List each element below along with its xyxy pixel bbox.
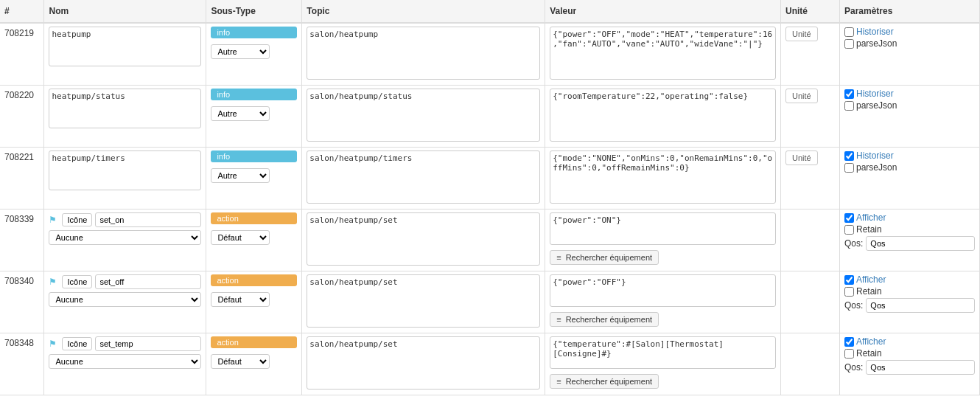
historiser-checkbox[interactable]	[844, 151, 854, 161]
nom-icon-row: ⚑Icône	[49, 274, 201, 289]
valeur-input[interactable]	[550, 150, 776, 204]
nom-text-input[interactable]	[95, 274, 201, 289]
nom-select[interactable]: Aucune	[49, 292, 201, 307]
afficher-link[interactable]: Afficher	[856, 212, 886, 223]
nom-text-input[interactable]	[95, 336, 201, 351]
afficher-label[interactable]: Afficher	[844, 274, 886, 285]
historiser-checkbox[interactable]	[844, 89, 854, 99]
icone-button[interactable]: Icône	[62, 213, 92, 226]
historiser-checkbox[interactable]	[844, 27, 854, 37]
cell-nom: ⚑IcôneAucune	[44, 271, 206, 333]
cell-valeur	[545, 148, 781, 210]
historiser-link[interactable]: Historiser	[856, 89, 894, 99]
retain-checkbox[interactable]	[844, 349, 854, 359]
icone-button[interactable]: Icône	[62, 275, 92, 288]
table-row: 708220infoAutreUnitéHistoriser parseJson	[0, 86, 980, 148]
retain-label[interactable]: Retain	[844, 286, 882, 297]
cell-params: Afficher RetainQos:	[840, 210, 980, 271]
nom-input[interactable]	[49, 89, 201, 128]
nom-select[interactable]: Aucune	[49, 230, 201, 245]
nom-select-row: Aucune	[49, 230, 201, 245]
cell-id: 708348	[0, 333, 44, 395]
soustype-select[interactable]: Défaut	[211, 230, 270, 245]
qos-input[interactable]	[866, 360, 975, 375]
afficher-checkbox[interactable]	[844, 337, 854, 347]
cell-topic	[302, 271, 545, 333]
list-icon: ≡	[556, 377, 563, 386]
valeur-input[interactable]	[550, 27, 776, 80]
topic-input[interactable]	[307, 150, 540, 204]
cell-topic	[302, 148, 545, 210]
parsejson-label[interactable]: parseJson	[844, 162, 897, 173]
qos-input[interactable]	[866, 236, 975, 251]
parsejson-label[interactable]: parseJson	[844, 100, 897, 111]
topic-input[interactable]	[307, 212, 540, 266]
historiser-link[interactable]: Historiser	[856, 150, 894, 161]
cell-unite: Unité	[781, 23, 840, 86]
afficher-label[interactable]: Afficher	[844, 212, 886, 223]
soustype-select[interactable]: Autre	[211, 44, 270, 59]
soustype-badge: action	[211, 336, 297, 348]
parsejson-checkbox[interactable]	[844, 163, 854, 173]
retain-label[interactable]: Retain	[844, 224, 882, 235]
list-icon: ≡	[556, 253, 563, 262]
soustype-select[interactable]: Autre	[211, 106, 270, 121]
retain-checkbox[interactable]	[844, 225, 854, 235]
parsejson-label[interactable]: parseJson	[844, 38, 897, 49]
cell-valeur: ≡ Rechercher équipement	[545, 210, 781, 271]
retain-checkbox[interactable]	[844, 287, 854, 297]
afficher-link[interactable]: Afficher	[856, 274, 886, 285]
soustype-select-row: Défaut	[211, 354, 297, 369]
afficher-label[interactable]: Afficher	[844, 336, 886, 347]
afficher-checkbox[interactable]	[844, 213, 854, 223]
nom-text-input[interactable]	[95, 212, 201, 227]
unite-button[interactable]: Unité	[785, 27, 818, 41]
cell-params: Historiser parseJson	[840, 148, 980, 210]
table-row: 708340⚑IcôneAucuneactionDéfaut≡ Recherch…	[0, 271, 980, 333]
icone-button[interactable]: Icône	[62, 337, 92, 350]
historiser-label[interactable]: Historiser	[844, 27, 894, 37]
qos-input[interactable]	[866, 298, 975, 313]
soustype-select-row: Autre	[211, 44, 297, 59]
cell-id: 708220	[0, 86, 44, 148]
historiser-label[interactable]: Historiser	[844, 150, 894, 161]
rechercher-button[interactable]: ≡ Rechercher équipement	[550, 312, 659, 327]
cell-unite	[781, 333, 840, 395]
nom-input[interactable]	[49, 150, 201, 190]
soustype-badge: info	[211, 27, 297, 38]
cell-params: Historiser parseJson	[840, 23, 980, 86]
soustype-select[interactable]: Défaut	[211, 292, 270, 307]
rechercher-button[interactable]: ≡ Rechercher équipement	[550, 374, 659, 389]
afficher-link[interactable]: Afficher	[856, 336, 886, 347]
valeur-input[interactable]	[550, 89, 776, 142]
topic-input[interactable]	[307, 27, 540, 80]
nom-input[interactable]	[49, 27, 201, 66]
topic-input[interactable]	[307, 89, 540, 142]
retain-label[interactable]: Retain	[844, 348, 882, 359]
parsejson-checkbox[interactable]	[844, 39, 854, 49]
valeur-input[interactable]	[550, 212, 776, 245]
table-row: 708219infoAutreUnitéHistoriser parseJson	[0, 23, 980, 86]
historiser-link[interactable]: Historiser	[856, 27, 894, 37]
historiser-label[interactable]: Historiser	[844, 89, 894, 99]
parsejson-checkbox[interactable]	[844, 101, 854, 111]
nom-select[interactable]: Aucune	[49, 354, 201, 369]
soustype-select[interactable]: Autre	[211, 168, 270, 183]
rechercher-button[interactable]: ≡ Rechercher équipement	[550, 250, 659, 265]
valeur-input[interactable]	[550, 274, 776, 307]
qos-label: Qos:	[844, 238, 863, 249]
unite-button[interactable]: Unité	[785, 89, 818, 103]
valeur-input[interactable]	[550, 336, 776, 369]
qos-label: Qos:	[844, 300, 863, 311]
soustype-select-row: Défaut	[211, 230, 297, 245]
qos-row: Qos:	[844, 360, 975, 375]
soustype-badge: info	[211, 89, 297, 100]
cell-nom	[44, 86, 206, 148]
topic-input[interactable]	[307, 336, 540, 390]
cell-params: Historiser parseJson	[840, 86, 980, 148]
cell-id: 708221	[0, 148, 44, 210]
unite-button[interactable]: Unité	[785, 150, 818, 165]
afficher-checkbox[interactable]	[844, 275, 854, 285]
soustype-select[interactable]: Défaut	[211, 354, 270, 369]
topic-input[interactable]	[307, 274, 540, 328]
